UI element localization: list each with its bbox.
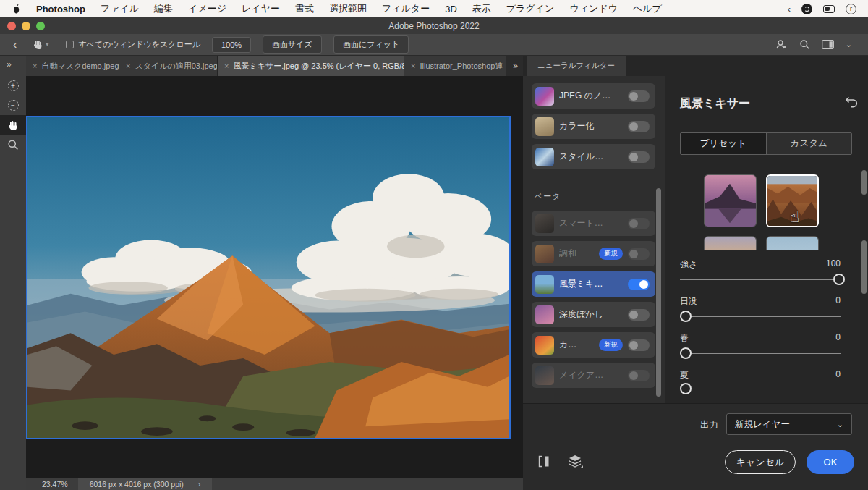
slider-value[interactable]: 0 — [835, 332, 841, 345]
filter-row-jpeg-artifacts[interactable]: JPEG のノ… — [532, 83, 655, 109]
tools-overflow-icon[interactable]: » — [0, 56, 26, 76]
filter-row-style-transfer[interactable]: スタイル… — [532, 144, 655, 169]
canvas-image[interactable] — [26, 116, 511, 439]
tab-overflow-icon[interactable]: » — [513, 61, 518, 71]
slider-summer-knob[interactable] — [680, 383, 692, 394]
menu-collapse-icon[interactable]: ‹ — [788, 4, 791, 14]
reset-filter-button[interactable] — [843, 96, 858, 111]
share-user-icon[interactable] — [775, 39, 788, 50]
filter-toggle-on[interactable] — [628, 279, 650, 290]
menu-app-name[interactable]: Photoshop — [36, 4, 85, 14]
filter-toggle-off[interactable] — [628, 309, 650, 321]
menu-layer[interactable]: レイヤー — [242, 2, 280, 15]
slider-value[interactable]: 100 — [826, 258, 841, 271]
menu-view[interactable]: 表示 — [472, 2, 491, 15]
close-icon[interactable]: × — [126, 62, 130, 70]
preset-thumb-sunset-sky[interactable] — [704, 236, 757, 250]
panel-scrollbar-thumb-lower[interactable] — [861, 240, 867, 294]
tab-presets[interactable]: プリセット — [681, 133, 766, 154]
neural-filters-tab[interactable]: ニューラルフィルター — [527, 56, 626, 76]
preset-thumb-mountain-sunset[interactable] — [704, 174, 757, 227]
preset-thumb-blue-sky[interactable] — [766, 236, 819, 250]
workspace-chevron-icon[interactable]: ⌄ — [846, 40, 852, 49]
filter-label: 風景ミキ… — [559, 278, 623, 290]
scroll-all-windows-checkbox[interactable] — [66, 41, 74, 48]
chevron-right-icon[interactable]: › — [198, 480, 201, 489]
menu-help[interactable]: ヘルプ — [633, 2, 662, 15]
doc-tab-2[interactable]: × スタイルの適用03.jpeg — [119, 56, 218, 76]
filter-row-smart-portrait[interactable]: スマート… — [532, 211, 655, 236]
hand-tool-preset[interactable]: ▾ — [30, 39, 51, 50]
document-info-field[interactable]: 6016 px x 4016 px (300 ppi) › — [78, 478, 213, 490]
hand-tool[interactable] — [0, 115, 26, 135]
slider-summer-track[interactable] — [680, 389, 841, 389]
record-icon[interactable]: r — [846, 4, 856, 14]
control-center-icon[interactable] — [823, 5, 835, 13]
filter-toggle-off[interactable] — [628, 370, 650, 381]
zoom-100-button[interactable]: 100% — [212, 37, 251, 53]
zoom-level[interactable]: 23.47% — [42, 480, 68, 489]
apple-logo-icon[interactable] — [12, 4, 21, 14]
doc-tab-3-active[interactable]: × 風景ミキサー.jpeg @ 23.5% (レイヤー 0, RGB/8) * — [218, 56, 404, 76]
filter-list-scrollbar[interactable] — [656, 188, 661, 397]
show-layers-button[interactable] — [568, 455, 584, 472]
minimize-window-button[interactable] — [22, 22, 30, 30]
filter-toggle-off[interactable] — [628, 339, 650, 351]
filter-row-depth-blur[interactable]: 深度ぼかし — [532, 302, 655, 327]
slider-strength-track[interactable] — [680, 279, 841, 280]
menu-plugins[interactable]: プラグイン — [506, 2, 555, 15]
zoom-out-tool[interactable]: − — [0, 96, 26, 115]
scroll-all-windows-option[interactable]: すべてのウィンドウをスクロール — [66, 39, 200, 50]
close-icon[interactable]: × — [224, 62, 229, 70]
screen-size-button[interactable]: 画面サイズ — [263, 35, 322, 54]
menu-3d[interactable]: 3D — [445, 4, 457, 14]
close-icon[interactable]: × — [33, 62, 37, 70]
menu-image[interactable]: イメージ — [188, 2, 226, 15]
new-badge: 新規 — [599, 339, 623, 351]
output-select[interactable]: 新規レイヤー ⌄ — [726, 413, 852, 435]
menu-edit[interactable]: 編集 — [154, 2, 173, 15]
zoom-in-tool[interactable]: + — [0, 76, 26, 96]
slider-sunset-track[interactable] — [680, 316, 841, 317]
close-window-button[interactable] — [7, 22, 16, 30]
doc-tab-label: Illustrator_Photoshop連 — [420, 61, 503, 72]
close-icon[interactable]: × — [411, 62, 415, 70]
menu-select[interactable]: 選択範囲 — [329, 2, 367, 15]
doc-tab-1[interactable]: × 自動マスクdemo.jpeg — [26, 56, 119, 76]
filter-row-harmonization[interactable]: 調和 新規 — [532, 241, 655, 266]
menu-type[interactable]: 書式 — [295, 2, 314, 15]
slider-sunset-knob[interactable] — [680, 311, 692, 322]
slider-value[interactable]: 0 — [835, 369, 841, 381]
filter-toggle-off[interactable] — [628, 248, 650, 260]
creative-cloud-icon[interactable] — [801, 4, 812, 14]
menu-file[interactable]: ファイル — [101, 2, 139, 15]
slider-spring-track[interactable] — [680, 353, 841, 354]
menu-window[interactable]: ウィンドウ — [569, 2, 618, 15]
fit-screen-button[interactable]: 画面にフィット — [333, 35, 409, 54]
workspace-icon[interactable] — [822, 40, 834, 49]
filter-toggle-off[interactable] — [628, 151, 650, 163]
doc-tab-4[interactable]: × Illustrator_Photoshop連 — [404, 56, 506, 76]
preview-compare-button[interactable] — [537, 455, 550, 471]
tab-custom[interactable]: カスタム — [766, 133, 852, 154]
filter-row-makeup-transfer[interactable]: メイクア… — [532, 363, 655, 388]
panel-scrollbar-thumb-upper[interactable] — [861, 170, 867, 195]
filter-toggle-off[interactable] — [628, 90, 650, 102]
menu-filter[interactable]: フィルター — [382, 2, 430, 15]
slider-value[interactable]: 0 — [835, 295, 841, 308]
ok-button[interactable]: OK — [807, 450, 854, 474]
zoom-tool[interactable] — [0, 135, 26, 154]
split-view-icon — [537, 455, 550, 468]
cancel-button[interactable]: キャンセル — [725, 450, 796, 474]
filter-toggle-off[interactable] — [628, 121, 650, 132]
filter-row-colorize[interactable]: カラー化 — [532, 114, 655, 139]
search-icon[interactable] — [799, 39, 810, 50]
back-chevron-icon[interactable]: ‹ — [9, 38, 21, 51]
filter-row-landscape-mixer[interactable]: 風景ミキ… — [532, 271, 655, 297]
slider-strength-knob[interactable] — [833, 274, 845, 285]
layers-icon — [568, 455, 584, 469]
slider-spring-knob[interactable] — [680, 347, 692, 359]
filter-row-color-transfer[interactable]: カ… 新規 — [532, 332, 655, 358]
zoom-window-button[interactable] — [36, 22, 45, 30]
filter-toggle-off[interactable] — [628, 218, 650, 229]
